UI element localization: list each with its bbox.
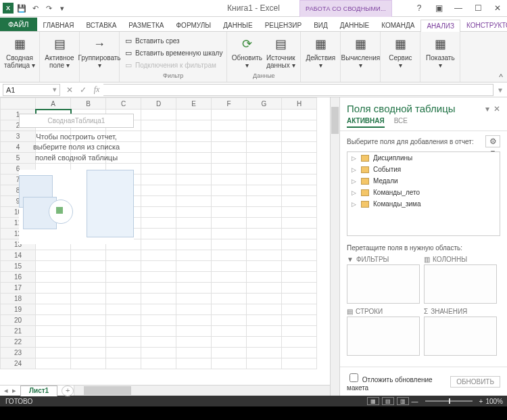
cell[interactable] bbox=[247, 326, 282, 337]
cell[interactable] bbox=[71, 164, 106, 174]
cell[interactable] bbox=[106, 131, 141, 142]
cell[interactable] bbox=[36, 120, 71, 131]
cell[interactable] bbox=[106, 250, 141, 261]
cell[interactable] bbox=[247, 196, 282, 207]
ribbon-display-options[interactable]: ▣ bbox=[429, 0, 448, 17]
tab-team[interactable]: Команда bbox=[375, 19, 420, 31]
cell[interactable] bbox=[176, 294, 212, 304]
cell[interactable] bbox=[36, 110, 71, 120]
cell[interactable] bbox=[71, 294, 106, 304]
qat-redo-icon[interactable]: ↷ bbox=[42, 1, 55, 15]
cell[interactable] bbox=[176, 261, 212, 272]
cell[interactable] bbox=[282, 261, 317, 272]
cell[interactable] bbox=[247, 304, 282, 315]
zoom-percent[interactable]: 100% bbox=[485, 398, 503, 405]
row-header[interactable]: 11 bbox=[1, 218, 36, 229]
active-field-button[interactable]: ▤Активное поле ▾ bbox=[43, 33, 76, 72]
field-item[interactable]: ▷Дисциплины bbox=[347, 152, 500, 164]
cell[interactable] bbox=[141, 283, 176, 294]
tab-file[interactable]: ФАЙЛ bbox=[0, 18, 37, 31]
cell[interactable] bbox=[212, 326, 247, 337]
row-header[interactable]: 22 bbox=[1, 337, 36, 348]
cell[interactable] bbox=[36, 283, 71, 294]
cell[interactable] bbox=[282, 358, 317, 369]
insert-timeline-button[interactable]: ▭Вставить временную шкалу bbox=[122, 47, 224, 59]
filter-connections-button[interactable]: ▭Подключения к фильтрам bbox=[122, 59, 224, 71]
cell[interactable] bbox=[106, 164, 141, 174]
cell[interactable] bbox=[36, 174, 71, 185]
cell[interactable] bbox=[176, 120, 212, 131]
cell[interactable] bbox=[106, 229, 141, 239]
row-header[interactable]: 12 bbox=[1, 229, 36, 239]
cell[interactable] bbox=[106, 239, 141, 250]
row-header[interactable]: 16 bbox=[1, 272, 36, 283]
cell[interactable] bbox=[141, 337, 176, 348]
cell[interactable] bbox=[282, 304, 317, 315]
cell[interactable] bbox=[36, 164, 71, 174]
row-header[interactable]: 5 bbox=[1, 153, 36, 164]
cell[interactable] bbox=[176, 337, 212, 348]
cell[interactable] bbox=[141, 142, 176, 153]
cell[interactable] bbox=[71, 229, 106, 239]
cell[interactable] bbox=[176, 272, 212, 283]
row-header[interactable]: 14 bbox=[1, 250, 36, 261]
field-item[interactable]: ▷Медали bbox=[347, 175, 500, 187]
cell[interactable] bbox=[106, 326, 141, 337]
cell[interactable] bbox=[141, 358, 176, 369]
cell[interactable] bbox=[282, 153, 317, 164]
zoom-out-button[interactable]: — bbox=[412, 398, 418, 405]
cell[interactable] bbox=[247, 348, 282, 358]
pane-gear-button[interactable]: ⚙ ▾ bbox=[485, 135, 500, 147]
cell[interactable] bbox=[141, 174, 176, 185]
col-header[interactable]: D bbox=[141, 98, 176, 110]
cell[interactable] bbox=[106, 261, 141, 272]
col-header[interactable]: A bbox=[36, 98, 71, 110]
cell[interactable] bbox=[141, 315, 176, 326]
field-item[interactable]: ▷Команды_лето bbox=[347, 187, 500, 198]
cell[interactable] bbox=[36, 196, 71, 207]
qat-save-icon[interactable]: 💾 bbox=[15, 1, 28, 15]
cell[interactable] bbox=[282, 174, 317, 185]
field-list[interactable]: ▷Дисциплины▷События▷Медали▷Команды_лето▷… bbox=[347, 151, 500, 236]
cell[interactable] bbox=[282, 196, 317, 207]
collapse-ribbon-button[interactable]: ^ bbox=[495, 32, 507, 82]
vertical-scrollbar[interactable] bbox=[330, 97, 339, 396]
cell[interactable] bbox=[212, 348, 247, 358]
row-header[interactable]: 7 bbox=[1, 174, 36, 185]
cell[interactable] bbox=[212, 315, 247, 326]
cell[interactable] bbox=[282, 142, 317, 153]
view-layout-icon[interactable]: ▤ bbox=[382, 397, 394, 405]
cell[interactable] bbox=[247, 185, 282, 196]
row-header[interactable]: 9 bbox=[1, 196, 36, 207]
cell[interactable] bbox=[212, 174, 247, 185]
cell[interactable] bbox=[36, 315, 71, 326]
cell[interactable] bbox=[71, 272, 106, 283]
cell[interactable] bbox=[176, 164, 212, 174]
cell[interactable] bbox=[141, 120, 176, 131]
cell[interactable] bbox=[176, 326, 212, 337]
cell[interactable] bbox=[36, 337, 71, 348]
cell[interactable] bbox=[247, 131, 282, 142]
cell[interactable] bbox=[176, 239, 212, 250]
minimize-button[interactable]: — bbox=[449, 0, 468, 17]
cell[interactable] bbox=[212, 272, 247, 283]
cell[interactable] bbox=[212, 120, 247, 131]
row-header[interactable]: 21 bbox=[1, 326, 36, 337]
cell[interactable] bbox=[212, 164, 247, 174]
row-header[interactable]: 19 bbox=[1, 304, 36, 315]
qat-undo-icon[interactable]: ↶ bbox=[28, 1, 42, 15]
cell[interactable] bbox=[247, 250, 282, 261]
cell[interactable] bbox=[247, 358, 282, 369]
expand-icon[interactable]: ▷ bbox=[352, 189, 357, 196]
cell[interactable] bbox=[106, 174, 141, 185]
defer-layout-checkbox[interactable]: Отложить обновление макета bbox=[347, 371, 450, 392]
row-header[interactable]: 6 bbox=[1, 164, 36, 174]
row-header[interactable]: 18 bbox=[1, 294, 36, 304]
cell[interactable] bbox=[282, 315, 317, 326]
cell[interactable] bbox=[71, 110, 106, 120]
tab-view[interactable]: ВИД bbox=[308, 19, 334, 31]
cell[interactable] bbox=[106, 272, 141, 283]
cell[interactable] bbox=[141, 218, 176, 229]
cell[interactable] bbox=[36, 348, 71, 358]
cell[interactable] bbox=[247, 294, 282, 304]
